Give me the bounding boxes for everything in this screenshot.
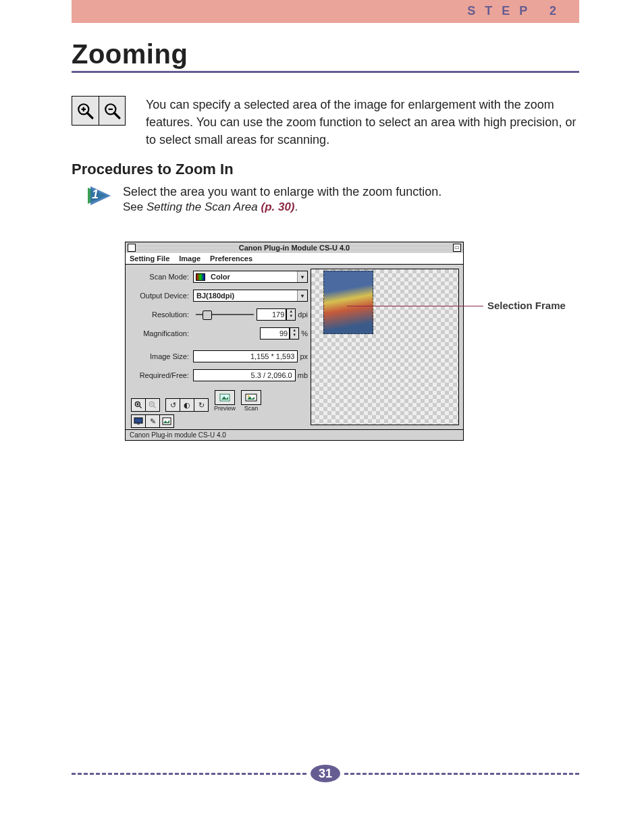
chevron-updown-icon: ▾	[297, 290, 307, 301]
magnification-unit: %	[301, 329, 308, 337]
resolution-unit: dpi	[298, 310, 308, 319]
scan-mode-value: Color	[208, 273, 230, 281]
intro-paragraph: You can specify a selected area of the i…	[146, 96, 579, 148]
preview-thumbnail	[323, 271, 373, 334]
preview-button[interactable]	[215, 390, 235, 405]
window-title: Canon Plug-in Module CS-U 4.0	[126, 244, 463, 252]
svg-line-5	[114, 113, 119, 118]
callout-selection-frame: Selection Frame	[487, 300, 566, 311]
image-size-value: 1,155 * 1,593	[193, 350, 298, 362]
step-1-text: Select the area you want to enlarge with…	[123, 185, 579, 199]
slider-thumb-icon[interactable]	[203, 310, 212, 320]
svg-rect-23	[163, 418, 171, 425]
preview-canvas[interactable]	[311, 269, 459, 425]
magnification-label: Magnification:	[131, 329, 193, 337]
preview-label: Preview	[214, 405, 236, 412]
resolution-value[interactable]: 179	[257, 308, 286, 321]
zoom-out-icon	[99, 97, 126, 125]
resolution-slider[interactable]	[196, 314, 254, 315]
output-device-value: BJ(180dpi)	[194, 292, 234, 300]
svg-line-1	[88, 113, 93, 118]
svg-line-14	[153, 406, 156, 408]
step-1-page-link[interactable]: (p. 30)	[261, 200, 294, 213]
page-footer: 31	[72, 764, 579, 783]
procedures-subheading: Procedures to Zoom In	[72, 161, 234, 178]
required-free-label: Required/Free:	[131, 371, 193, 379]
step-1-ref: Setting the Scan Area	[146, 200, 261, 213]
page-title: Zooming	[72, 39, 579, 70]
svg-rect-22	[137, 423, 140, 425]
contrast-button[interactable]: ◐	[180, 399, 194, 411]
magnification-stepper[interactable]: ▲▼	[290, 327, 299, 340]
page-number: 31	[311, 765, 340, 782]
footer-dash-left	[72, 773, 306, 775]
scan-mode-dropdown[interactable]: Color ▾	[193, 271, 308, 283]
wand-button[interactable]: ✎	[146, 415, 160, 427]
step-1-period: .	[295, 200, 298, 213]
zoom-in-button[interactable]	[132, 399, 146, 411]
scan-label: Scan	[244, 405, 259, 412]
close-box-icon[interactable]	[128, 244, 136, 252]
svg-point-20	[248, 396, 250, 398]
monitor-button[interactable]	[132, 415, 146, 427]
color-swatch-icon	[196, 273, 205, 281]
title-rule	[72, 71, 579, 73]
window-titlebar[interactable]: Canon Plug-in Module CS-U 4.0 ▭	[126, 242, 463, 253]
image-size-label: Image Size:	[131, 352, 193, 360]
required-free-value: 5.3 / 2,096.0	[193, 369, 296, 381]
step-number: 1	[92, 188, 99, 202]
rotate-right-button[interactable]: ↻	[194, 399, 208, 411]
menubar: Setting File Image Preferences	[126, 253, 463, 265]
scan-mode-label: Scan Mode:	[131, 273, 193, 281]
footer-dash-right	[344, 773, 579, 775]
step-1-subtext: See Setting the Scan Area (p. 30).	[123, 200, 579, 214]
scan-button[interactable]	[241, 390, 261, 405]
resolution-label: Resolution:	[131, 310, 193, 319]
resolution-stepper[interactable]: ▲▼	[286, 308, 296, 321]
chevron-updown-icon: ▾	[297, 271, 307, 282]
zoom-in-icon	[72, 97, 99, 125]
output-device-dropdown[interactable]: BJ(180dpi) ▾	[193, 290, 308, 302]
image-button[interactable]	[160, 415, 173, 427]
scanner-window: Canon Plug-in Module CS-U 4.0 ▭ Setting …	[125, 242, 464, 441]
menu-image[interactable]: Image	[179, 254, 200, 263]
menu-setting-file[interactable]: Setting File	[130, 254, 169, 263]
callout-line	[347, 306, 483, 306]
collapse-box-icon[interactable]: ▭	[453, 244, 461, 252]
step-1-see: See	[123, 200, 146, 213]
output-device-label: Output Device:	[131, 292, 193, 300]
step-label: STEP 2	[467, 4, 566, 18]
zoom-out-button[interactable]	[146, 399, 159, 411]
image-size-unit: px	[300, 352, 308, 360]
menu-preferences[interactable]: Preferences	[210, 254, 252, 263]
step-bullet-1: 1	[86, 185, 113, 209]
status-bar: Canon Plug-in module CS-U 4.0	[126, 429, 463, 440]
magnification-value[interactable]: 99	[260, 327, 290, 340]
svg-rect-21	[134, 418, 142, 423]
required-free-unit: mb	[298, 371, 308, 379]
header-bar: STEP 2	[72, 0, 579, 23]
svg-rect-18	[246, 394, 257, 401]
svg-line-10	[139, 406, 142, 408]
zoom-icons-graphic	[72, 96, 126, 126]
rotate-left-button[interactable]: ↺	[166, 399, 180, 411]
